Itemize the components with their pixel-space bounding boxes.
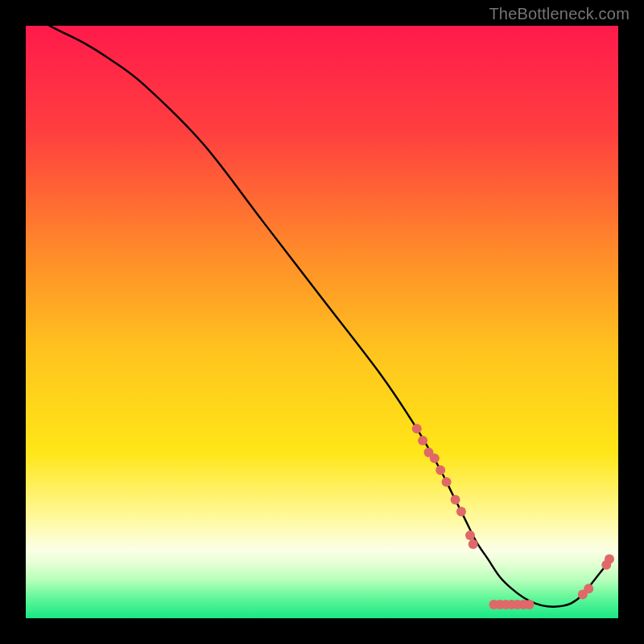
curve-marker [451, 495, 460, 505]
curve-marker [525, 600, 535, 609]
curve-marker [584, 584, 593, 593]
curve-marker [442, 477, 452, 487]
watermark-label: TheBottleneck.com [489, 5, 630, 23]
curve-marker [469, 539, 478, 549]
curve-marker [436, 465, 445, 475]
curve-marker [456, 507, 466, 517]
bottleneck-chart [0, 0, 644, 644]
curve-marker [418, 436, 427, 445]
curve-marker [430, 453, 440, 463]
curve-marker [412, 423, 422, 433]
curve-marker [465, 530, 475, 540]
chart-stage: TheBottleneck.com [0, 0, 644, 644]
gradient-background [26, 26, 618, 618]
curve-marker [605, 554, 614, 564]
